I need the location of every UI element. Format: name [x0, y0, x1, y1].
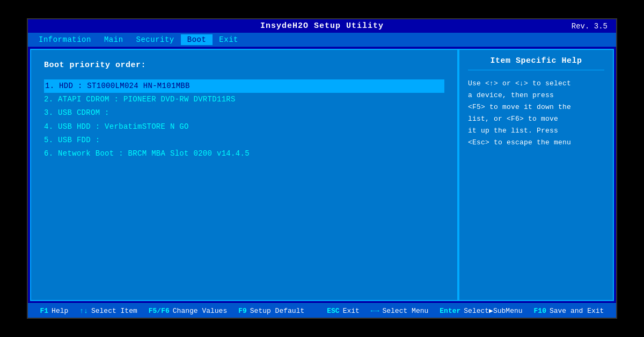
footer-bar: F1 Help ↑↓ Select Item F5/F6 Change Valu…	[28, 303, 616, 318]
footer-f10: F10 Save and Exit	[534, 307, 604, 315]
key-leftright: ←→	[371, 307, 379, 315]
key-enter: Enter	[440, 307, 460, 315]
bios-title: InsydeH2O Setup Utility	[227, 21, 418, 31]
desc-help: Help	[52, 307, 68, 315]
footer-f5f6: F5/F6 Change Values	[149, 307, 227, 315]
boot-item-5[interactable]: 5. USB FDD :	[44, 134, 444, 147]
footer-lr: ←→ Select Menu	[371, 307, 428, 315]
desc-exit: Exit	[343, 307, 360, 315]
boot-item-2[interactable]: 2. ATAPI CDROM : PIONEER DVD-RW DVRTD11R…	[44, 93, 444, 106]
boot-item-1[interactable]: 1. HDD : ST1000LM024 HN-M101MBB	[44, 79, 444, 93]
title-bar: InsydeH2O Setup Utility Rev. 3.5	[28, 19, 616, 33]
key-f10: F10	[534, 307, 546, 315]
key-esc: ESC	[327, 307, 339, 315]
menu-information[interactable]: Information	[32, 34, 98, 45]
boot-item-3[interactable]: 3. USB CDROM :	[44, 106, 444, 120]
desc-change-values: Change Values	[173, 307, 227, 315]
footer-enter: Enter Select▶SubMenu	[440, 306, 522, 315]
key-f9: F9	[238, 307, 247, 315]
help-panel: Item Specific Help Use <↑> or <↓> to sel…	[458, 49, 614, 301]
menu-boot[interactable]: Boot	[181, 34, 213, 45]
bios-screen: InsydeH2O Setup Utility Rev. 3.5 Informa…	[27, 18, 617, 319]
key-updown: ↑↓	[79, 307, 88, 315]
main-panel: Boot priority order: 1. HDD : ST1000LM02…	[30, 49, 458, 301]
desc-setup-default: Setup Default	[250, 307, 304, 315]
footer-f1: F1 Help	[40, 307, 69, 315]
help-title: Item Specific Help	[468, 56, 604, 70]
menu-bar: Information Main Security Boot Exit	[28, 33, 616, 47]
desc-select-menu: Select Menu	[382, 307, 428, 315]
key-f5f6: F5/F6	[149, 307, 170, 315]
content-area: Boot priority order: 1. HDD : ST1000LM02…	[28, 47, 616, 303]
help-text: Use <↑> or <↓> to select a device, then …	[468, 78, 604, 149]
desc-save-exit: Save and Exit	[550, 307, 604, 315]
menu-main[interactable]: Main	[98, 34, 130, 45]
footer-f9: F9 Setup Default	[238, 307, 304, 315]
boot-item-4[interactable]: 4. USB HDD : VerbatimSTORE N GO	[44, 120, 444, 134]
bios-revision: Rev. 3.5	[417, 22, 608, 31]
desc-submenu: Select▶SubMenu	[464, 306, 522, 315]
section-title: Boot priority order:	[44, 61, 444, 70]
menu-exit[interactable]: Exit	[213, 34, 245, 45]
boot-item-6[interactable]: 6. Network Boot : BRCM MBA Slot 0200 v14…	[44, 147, 444, 160]
desc-select-item: Select Item	[91, 307, 137, 315]
footer-arrows: ↑↓ Select Item	[79, 307, 137, 315]
footer-esc: ESC Exit	[327, 307, 360, 315]
key-f1: F1	[40, 307, 49, 315]
menu-security[interactable]: Security	[130, 34, 181, 45]
